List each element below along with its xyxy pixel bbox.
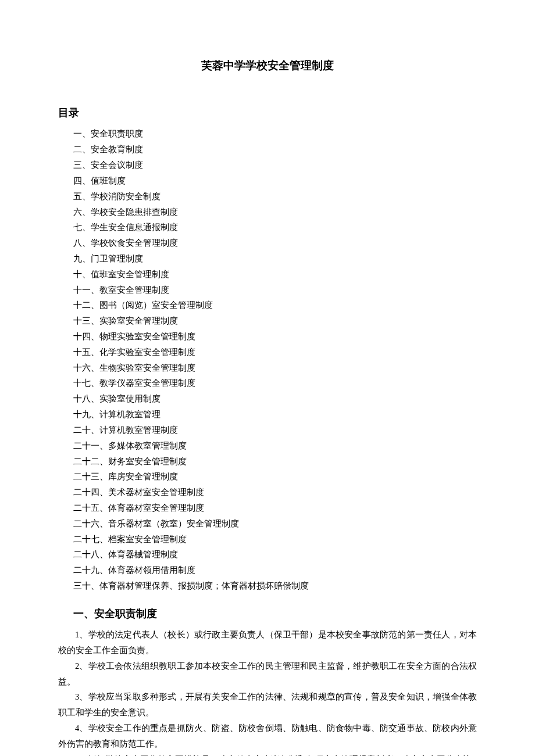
section-1-heading: 一、安全职责制度 — [73, 604, 477, 624]
toc-item: 十五、化学实验室安全管理制度 — [58, 345, 477, 360]
toc-item: 十七、教学仪器室安全管理制度 — [58, 375, 477, 391]
body-paragraph: 1、学校的法定代表人（校长）或行政主要负责人（保卫干部）是本校安全事故防范的第一… — [58, 627, 477, 658]
toc-item: 二十五、体育器材室安全管理制度 — [58, 500, 477, 516]
body-paragraph: 3、学校应当采取多种形式，开展有关安全工作的法律、法规和规章的宣传，普及安全知识… — [58, 689, 477, 721]
toc-item: 二十九、体育器材领用借用制度 — [58, 562, 477, 578]
toc-heading: 目录 — [58, 103, 477, 123]
toc-item: 一、安全职责职度 — [58, 126, 477, 142]
toc-item: 二十六、音乐器材室（教室）安全管理制度 — [58, 516, 477, 532]
toc-item: 十四、物理实验室安全管理制度 — [58, 329, 477, 345]
toc-item: 二十一、多媒体教室管理制度 — [58, 438, 477, 454]
body-paragraph: 4、学校安全工作的重点是抓防火、防盗、防校舍倒塌、防触电、防食物中毒、防交通事故… — [58, 721, 477, 752]
toc-item: 十八、实验室使用制度 — [58, 391, 477, 407]
toc-item: 二十七、档案室安全管理制度 — [58, 532, 477, 547]
toc-item: 三十、体育器材管理保养、报损制度；体育器材损坏赔偿制度 — [58, 578, 477, 594]
toc-item: 三、安全会议制度 — [58, 157, 477, 173]
toc-item: 二十二、财务室安全管理制度 — [58, 454, 477, 470]
document-title: 芙蓉中学学校安全管理制度 — [58, 55, 477, 76]
toc-item: 二、安全教育制度 — [58, 142, 477, 157]
toc-item: 九、门卫管理制度 — [58, 251, 477, 267]
body-paragraph: 2、学校工会依法组织教职工参加本校安全工作的民主管理和民主监督，维护教职工在安全… — [58, 658, 477, 690]
toc-item: 二十三、库房安全管理制度 — [58, 469, 477, 485]
toc-item: 十九、计算机教室管理 — [58, 407, 477, 422]
toc-item: 四、值班制度 — [58, 173, 477, 189]
toc-item: 十一、教室安全管理制度 — [58, 282, 477, 298]
toc-item: 八、学校饮食安全管理制度 — [58, 235, 477, 251]
toc-item: 十二、图书（阅览）室安全管理制度 — [58, 298, 477, 313]
toc-item: 七、学生安全信息通报制度 — [58, 220, 477, 235]
toc-item: 十三、实验室安全管理制度 — [58, 313, 477, 329]
toc-list: 一、安全职责职度 二、安全教育制度 三、安全会议制度 四、值班制度 五、学校消防… — [58, 126, 477, 593]
toc-item: 五、学校消防安全制度 — [58, 189, 477, 205]
body-paragraph: 5、抓好学校安全工作的主要措施是：建立健全安全责任制和各项安全管理规章制度，建立… — [58, 752, 477, 756]
toc-item: 六、学校安全隐患排查制度 — [58, 205, 477, 220]
toc-item: 二十、计算机教室管理制度 — [58, 422, 477, 438]
toc-item: 二十八、体育器械管理制度 — [58, 547, 477, 562]
toc-item: 二十四、美术器材室安全管理制度 — [58, 485, 477, 500]
toc-item: 十、值班室安全管理制度 — [58, 267, 477, 282]
toc-item: 十六、生物实验室安全管理制度 — [58, 360, 477, 376]
section-1-body: 1、学校的法定代表人（校长）或行政主要负责人（保卫干部）是本校安全事故防范的第一… — [58, 627, 477, 756]
